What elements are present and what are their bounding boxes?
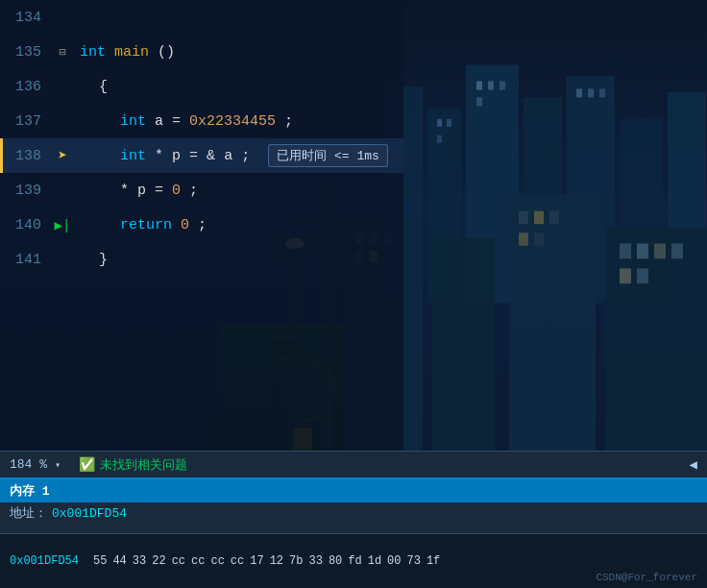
hex-byte: 33 xyxy=(133,554,146,568)
line-content-135: int main () xyxy=(72,44,403,61)
svg-rect-15 xyxy=(576,88,582,97)
line-number-140: 140 xyxy=(0,217,53,233)
op-amp: & xyxy=(207,148,215,164)
watermark: CSDN@For_forever xyxy=(596,572,697,583)
code-line-135: 135 ⊟ int main () xyxy=(0,35,403,69)
op-eq-139: = xyxy=(155,183,163,199)
svg-rect-8 xyxy=(437,119,442,127)
deref-star: * xyxy=(120,183,129,199)
code-line-140: 140 ▶| return 0 ; xyxy=(0,208,403,242)
svg-rect-17 xyxy=(599,88,605,97)
hex-byte: 17 xyxy=(250,554,263,568)
var-a: a xyxy=(155,113,172,130)
hex-byte: fd xyxy=(348,554,361,568)
ret-val: 0 xyxy=(181,217,189,233)
func-main: main xyxy=(114,44,149,61)
keyword-return: return xyxy=(120,217,172,233)
hex-byte: 1f xyxy=(427,554,440,568)
pointer-star: * xyxy=(155,148,163,164)
svg-rect-47 xyxy=(534,233,544,246)
hex-byte: 22 xyxy=(152,554,165,568)
memory-panel: 内存 1 地址： 0x001DFD54 xyxy=(0,478,707,533)
svg-rect-46 xyxy=(519,233,528,246)
svg-rect-53 xyxy=(637,268,648,283)
line-number-138: 138 xyxy=(0,148,53,164)
hex-values-container: 55443322cccccccc17127b3380fd1d00731f xyxy=(93,554,440,568)
var-a-ref: a xyxy=(224,148,232,164)
breakpoint-140[interactable]: ▶| xyxy=(55,217,71,233)
var-p: p xyxy=(172,148,189,164)
zoom-control[interactable]: 184 % ▾ xyxy=(10,457,64,472)
line-content-137: int a = 0x22334455 ; xyxy=(72,113,403,130)
address-label: 地址： xyxy=(10,504,47,522)
hex-byte: cc xyxy=(191,554,205,568)
keyword-int-137: int xyxy=(120,113,146,130)
hex-byte: cc xyxy=(210,554,224,568)
code-line-134: 134 xyxy=(0,0,403,35)
gutter-135: ⊟ xyxy=(53,45,72,60)
gutter-138: ➤ xyxy=(53,146,72,165)
memory-address-row: 地址： 0x001DFD54 xyxy=(0,502,707,524)
code-editor: 134 135 ⊟ int main () 136 { 137 int a = xyxy=(0,0,403,471)
hex-val-137: 0x22334455 xyxy=(189,113,276,130)
op-eq-138: = xyxy=(189,148,198,164)
status-check-area: ✅ 未找到相关问题 xyxy=(79,456,187,474)
svg-rect-14 xyxy=(476,97,482,106)
svg-rect-16 xyxy=(588,88,594,97)
zoom-dropdown-arrow[interactable]: ▾ xyxy=(51,458,64,472)
zoom-value: 184 % xyxy=(10,457,47,472)
svg-rect-49 xyxy=(637,243,648,258)
status-message: 未找到相关问题 xyxy=(100,456,187,474)
keyword-int-135: int xyxy=(80,44,106,61)
line-content-136: { xyxy=(72,79,403,95)
semi-138: ; xyxy=(241,148,250,164)
execution-arrow: ➤ xyxy=(58,146,67,165)
code-line-139: 139 * p = 0 ; xyxy=(0,173,403,208)
hex-byte: 73 xyxy=(407,554,421,568)
line-content-138: int * p = & a ; 已用时间 <= 1ms xyxy=(72,144,403,167)
memory-panel-header: 内存 1 xyxy=(0,479,707,502)
memory-panel-title: 内存 1 xyxy=(10,482,50,500)
collapse-icon-135[interactable]: ⊟ xyxy=(59,45,65,60)
hex-byte: 55 xyxy=(93,554,107,568)
svg-rect-9 xyxy=(447,119,451,127)
keyword-int-138: int xyxy=(120,148,146,164)
gutter-140: ▶| xyxy=(53,217,72,233)
svg-rect-10 xyxy=(437,135,442,143)
zero-val: 0 xyxy=(172,183,181,199)
line-number-136: 136 xyxy=(0,79,53,95)
code-line-136: 136 { xyxy=(0,69,403,104)
brace-close: } xyxy=(99,252,108,268)
timing-tooltip: 已用时间 <= 1ms xyxy=(268,144,388,167)
line-content-139: * p = 0 ; xyxy=(72,183,403,199)
hex-dump-address: 0x001DFD54 xyxy=(10,554,79,568)
svg-rect-51 xyxy=(671,243,683,258)
hex-byte: 33 xyxy=(308,554,322,568)
check-icon: ✅ xyxy=(79,456,95,473)
svg-rect-50 xyxy=(654,243,666,258)
hex-byte: 00 xyxy=(387,554,401,568)
status-bar: 184 % ▾ ✅ 未找到相关问题 ◀ xyxy=(0,451,707,478)
hex-byte: 12 xyxy=(270,554,283,568)
code-line-137: 137 int a = 0x22334455 ; xyxy=(0,104,403,138)
svg-rect-13 xyxy=(500,81,505,89)
svg-rect-44 xyxy=(534,211,544,225)
svg-rect-52 xyxy=(620,268,631,283)
svg-rect-43 xyxy=(519,211,528,225)
hex-byte: 44 xyxy=(112,554,126,568)
line-number-135: 135 xyxy=(0,44,53,61)
hex-byte: cc xyxy=(231,554,244,568)
var-p-assign: p xyxy=(137,183,155,199)
svg-rect-11 xyxy=(476,81,482,89)
hex-byte: 7b xyxy=(289,554,303,568)
address-value: 0x001DFD54 xyxy=(52,506,127,521)
svg-rect-45 xyxy=(549,211,559,225)
semi-140: ; xyxy=(198,217,207,233)
hex-byte: cc xyxy=(172,554,185,568)
svg-rect-12 xyxy=(488,81,494,89)
code-line-138: 138 ➤ int * p = & a ; 已用时间 <= 1ms xyxy=(0,138,403,173)
line-content-140: return 0 ; xyxy=(72,217,403,233)
scroll-left-arrow[interactable]: ◀ xyxy=(690,456,697,473)
line-number-141: 141 xyxy=(0,252,53,268)
line-number-134: 134 xyxy=(0,10,53,26)
